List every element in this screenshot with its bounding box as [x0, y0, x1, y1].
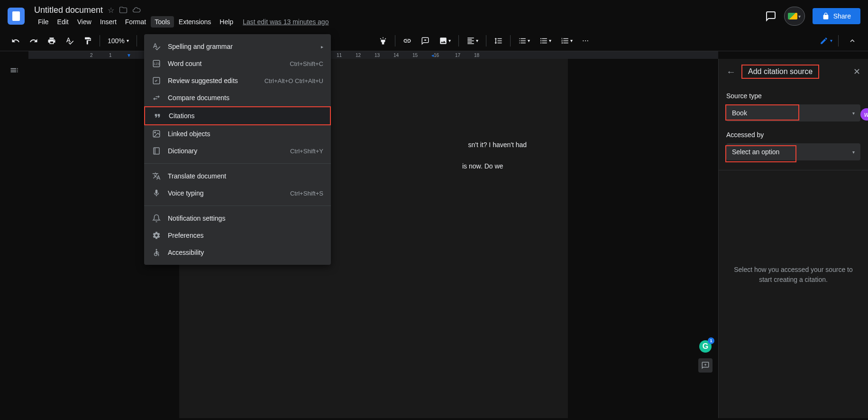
document-canvas[interactable]: I waXXXXXXXXXXXXXXXXXXXXXXXXXXXXXXXXXXXX… [28, 59, 718, 418]
back-arrow-icon[interactable]: ← [726, 66, 736, 77]
menu-help[interactable]: Help [216, 16, 237, 28]
title-area: Untitled document ☆ File Edit View Inser… [34, 5, 765, 28]
compare-icon [152, 93, 161, 103]
star-icon[interactable]: ☆ [108, 6, 114, 15]
menu-translate[interactable]: Translate document [144, 168, 331, 185]
menu-insert[interactable]: Insert [96, 16, 120, 28]
redo-button[interactable] [26, 34, 42, 48]
comment-button[interactable] [417, 34, 433, 48]
chevron-down-icon: ▾ [852, 111, 855, 116]
menu-format[interactable]: Format [121, 16, 150, 28]
editing-mode-button[interactable]: ▾ [820, 37, 832, 45]
translate-icon [152, 171, 161, 181]
print-buttonimprimir[interactable] [44, 34, 60, 48]
accessibility-icon [152, 248, 161, 257]
undo-button[interactable] [8, 34, 24, 48]
meet-button[interactable]: ▾ [784, 7, 805, 26]
checklist-button[interactable]: ▾ [514, 34, 534, 48]
accessed-by-select[interactable]: Select an option ▾ [726, 143, 860, 160]
menu-edit[interactable]: Edit [54, 16, 73, 28]
review-icon [152, 76, 161, 85]
menu-bar: File Edit View Insert Format Tools Exten… [34, 16, 765, 28]
spellcheck-button[interactable] [62, 34, 78, 48]
cloud-icon[interactable] [132, 6, 141, 14]
source-type-label: Source type [726, 92, 860, 100]
grammarly-widget[interactable]: G 1 [699, 340, 712, 353]
menu-linked-objects[interactable]: Linked objects [144, 125, 331, 142]
menu-word-count[interactable]: 123 Word count Ctrl+Shift+C [144, 55, 331, 72]
spellcheck-icon [152, 42, 161, 51]
linked-icon [152, 129, 161, 139]
menu-notification-settings[interactable]: Notification settings [144, 210, 331, 227]
wordcount-icon: 123 [152, 59, 161, 68]
left-sidebar [0, 59, 28, 418]
panel-title: Add citation source [748, 67, 813, 75]
menu-spelling-grammar[interactable]: Spelling and grammar ▸ [144, 38, 331, 55]
accessed-by-label: Accessed by [726, 131, 860, 139]
image-button[interactable]: ▾ [435, 34, 455, 48]
svg-point-6 [155, 132, 155, 133]
gear-icon [152, 231, 161, 240]
zoom-select[interactable]: 100% ▾ [104, 35, 133, 47]
extension-badge[interactable]: w [860, 108, 868, 121]
menu-review-edits[interactable]: Review suggested edits Ctrl+Alt+O Ctrl+A… [144, 72, 331, 89]
svg-text:123: 123 [154, 62, 160, 66]
dictionary-icon [152, 146, 161, 156]
numbered-list-button[interactable]: ▾ [557, 34, 576, 48]
lock-icon [822, 12, 830, 20]
highlight-button[interactable] [375, 34, 391, 48]
menu-voice-typing[interactable]: Voice typing Ctrl+Shift+S [144, 185, 331, 202]
menu-tools[interactable]: Tools [151, 16, 174, 28]
bulleted-list-button[interactable]: ▾ [536, 34, 555, 48]
chevron-right-icon: ▸ [321, 44, 323, 49]
mic-icon [152, 188, 161, 198]
tools-dropdown-menu: Spelling and grammar ▸ 123 Word count Ct… [144, 34, 331, 265]
collapse-button[interactable] [844, 34, 860, 48]
grammarly-count: 1 [708, 337, 714, 344]
align-button[interactable]: ▾ [463, 34, 482, 48]
toolbar: 100% ▾ Normal ▾ ▾ ▾ ▾ ▾ ⋯ ▾ [0, 30, 868, 51]
explore-button[interactable] [698, 358, 713, 373]
close-icon[interactable]: ✕ [853, 66, 860, 77]
link-button[interactable] [399, 34, 415, 48]
svg-point-9 [156, 249, 157, 251]
paint-format-button[interactable] [80, 34, 96, 48]
menu-extensions[interactable]: Extensions [175, 16, 215, 28]
share-label: Share [833, 12, 851, 20]
menu-preferences[interactable]: Preferences [144, 227, 331, 244]
share-button[interactable]: Share [813, 8, 860, 24]
citations-icon [153, 111, 162, 121]
app-header: Untitled document ☆ File Edit View Inser… [0, 0, 868, 30]
svg-rect-7 [154, 148, 159, 154]
menu-dictionary[interactable]: Dictionary Ctrl+Shift+Y [144, 142, 331, 159]
docs-logo[interactable] [8, 8, 25, 25]
meet-icon [788, 13, 797, 19]
comments-icon[interactable] [765, 10, 777, 22]
helper-text: Select how you accessed your source to s… [728, 265, 859, 285]
citation-panel: ← Add citation source ✕ Source type Book… [718, 59, 868, 418]
menu-citations[interactable]: Citations [144, 106, 331, 125]
line-spacing-button[interactable] [490, 34, 506, 48]
bell-icon [152, 214, 161, 223]
menu-file[interactable]: File [34, 16, 53, 28]
last-edit-link[interactable]: Last edit was 13 minutes ago [243, 18, 329, 26]
more-button[interactable]: ⋯ [578, 34, 593, 47]
menu-accessibility[interactable]: Accessibility [144, 244, 331, 261]
menu-view[interactable]: View [73, 16, 95, 28]
chevron-down-icon: ▾ [852, 149, 855, 155]
move-icon[interactable] [119, 6, 128, 14]
document-title[interactable]: Untitled document [34, 5, 103, 15]
outline-toggle-button[interactable] [8, 64, 21, 77]
source-type-select[interactable]: Book ▾ [726, 104, 860, 121]
menu-compare-docs[interactable]: Compare documents [144, 89, 331, 106]
ruler[interactable]: 2 1 ▼ 11 12 13 14 15 ◂16 17 18 [28, 51, 718, 59]
